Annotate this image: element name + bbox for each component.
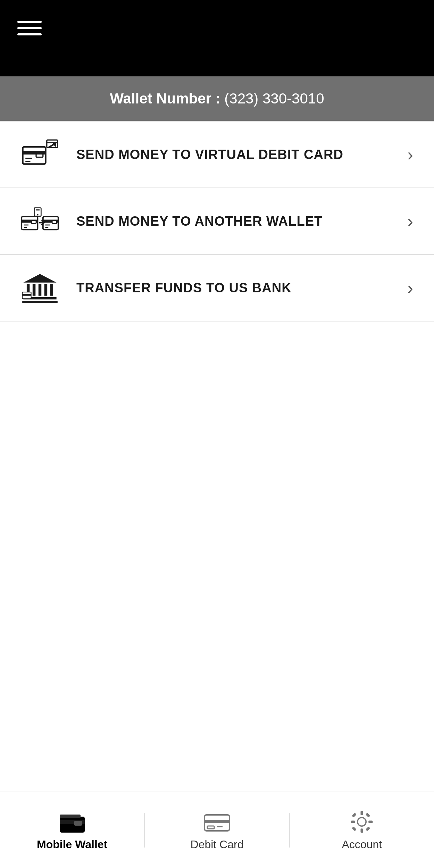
top-header bbox=[0, 0, 434, 76]
menu-item-transfer-us-bank[interactable]: TRANSFER FUNDS TO US BANK › bbox=[0, 255, 434, 322]
send-virtual-debit-icon bbox=[21, 139, 59, 170]
svg-rect-10 bbox=[32, 220, 36, 224]
menu-item-send-another-wallet-label: SEND MONEY TO ANOTHER WALLET bbox=[76, 214, 400, 229]
tab-debit-card-label: Debit Card bbox=[191, 838, 244, 851]
menu-line-1 bbox=[17, 21, 42, 23]
svg-rect-28 bbox=[50, 284, 53, 296]
svg-rect-16 bbox=[52, 220, 57, 224]
gear-tab-icon bbox=[348, 810, 376, 834]
card-tab-icon bbox=[203, 810, 231, 834]
send-wallet-icon bbox=[21, 206, 59, 237]
svg-rect-36 bbox=[60, 815, 81, 818]
svg-rect-45 bbox=[369, 820, 373, 823]
menu-item-send-virtual-debit[interactable]: SEND MONEY TO VIRTUAL DEBIT CARD › bbox=[0, 122, 434, 188]
menu-line-3 bbox=[17, 33, 42, 35]
tab-mobile-wallet-label: Mobile Wallet bbox=[37, 838, 107, 851]
wallet-tab-icon bbox=[58, 810, 86, 834]
svg-rect-48 bbox=[366, 812, 370, 817]
wallet-number-banner: Wallet Number : (323) 330-3010 bbox=[0, 76, 434, 121]
chevron-right-icon-3: › bbox=[407, 278, 413, 298]
menu-item-send-virtual-debit-label: SEND MONEY TO VIRTUAL DEBIT CARD bbox=[76, 147, 400, 162]
wallet-number-label: Wallet Number : bbox=[110, 90, 220, 107]
svg-rect-46 bbox=[352, 812, 357, 817]
svg-marker-23 bbox=[23, 274, 56, 282]
svg-rect-49 bbox=[352, 826, 357, 831]
wallet-number-display: Wallet Number : (323) 330-3010 bbox=[110, 90, 324, 107]
menu-list: SEND MONEY TO VIRTUAL DEBIT CARD › bbox=[0, 121, 434, 322]
svg-rect-47 bbox=[366, 826, 370, 831]
svg-rect-44 bbox=[351, 820, 355, 823]
svg-point-41 bbox=[358, 817, 366, 826]
wallet-number-value: (323) 330-3010 bbox=[224, 90, 324, 107]
svg-rect-30 bbox=[22, 301, 58, 303]
tab-account[interactable]: Account bbox=[290, 803, 434, 858]
svg-rect-35 bbox=[74, 821, 82, 826]
chevron-right-icon-2: › bbox=[407, 211, 413, 231]
menu-item-send-another-wallet[interactable]: SEND MONEY TO ANOTHER WALLET › bbox=[0, 188, 434, 255]
tab-debit-card[interactable]: Debit Card bbox=[145, 803, 289, 858]
chevron-right-icon-1: › bbox=[407, 144, 413, 165]
svg-rect-38 bbox=[205, 820, 229, 823]
svg-rect-39 bbox=[207, 826, 214, 829]
hamburger-menu-button[interactable] bbox=[14, 17, 45, 39]
svg-rect-27 bbox=[44, 284, 47, 296]
menu-item-transfer-us-bank-label: TRANSFER FUNDS TO US BANK bbox=[76, 281, 400, 295]
menu-line-2 bbox=[17, 27, 42, 29]
tab-mobile-wallet[interactable]: Mobile Wallet bbox=[0, 803, 144, 858]
svg-rect-26 bbox=[39, 284, 41, 296]
svg-rect-42 bbox=[361, 811, 363, 815]
svg-rect-25 bbox=[33, 284, 35, 296]
bottom-tab-bar: Mobile Wallet Debit Card bbox=[0, 792, 434, 868]
content-area bbox=[0, 322, 434, 868]
bank-transfer-icon bbox=[21, 272, 59, 303]
tab-account-label: Account bbox=[342, 838, 382, 851]
svg-rect-32 bbox=[22, 294, 31, 295]
svg-rect-43 bbox=[361, 828, 363, 833]
svg-point-22 bbox=[37, 214, 38, 215]
